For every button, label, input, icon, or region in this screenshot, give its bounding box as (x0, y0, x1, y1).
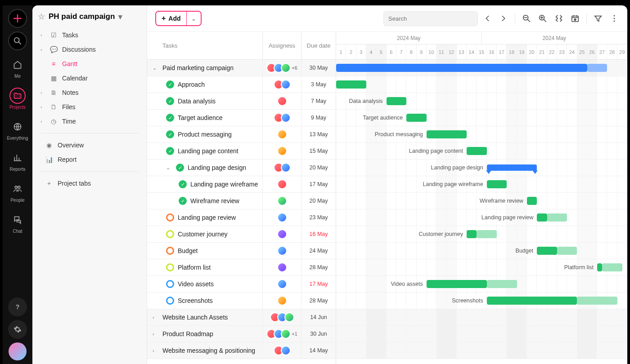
gantt-bar[interactable]: Product messaging (427, 130, 467, 138)
group-row[interactable]: ⌄Paid marketing campaign+630 May (147, 60, 336, 76)
new-button[interactable] (8, 9, 27, 28)
search-input[interactable] (383, 11, 478, 26)
task-row[interactable]: ✓Wireframe review20 May (147, 193, 336, 209)
assignee-cell[interactable] (263, 93, 302, 109)
assignee-cell[interactable]: +1 (263, 326, 302, 342)
gantt-row[interactable]: Landing page content (336, 143, 627, 160)
gantt-row[interactable]: Customer journey (336, 226, 627, 243)
assignee-cell[interactable] (263, 176, 302, 192)
assignee-cell[interactable] (263, 342, 302, 359)
due-date-cell[interactable]: 20 May (302, 193, 336, 209)
nav-calendar[interactable]: ▦ Calendar (38, 71, 141, 85)
due-date-cell[interactable]: 28 May (302, 293, 336, 309)
assignee-cell[interactable] (263, 110, 302, 126)
group-row[interactable]: ›Website messaging & positioning14 May (147, 342, 336, 359)
project-title[interactable]: ☆ PH paid campaign ▾ (32, 5, 147, 28)
due-date-cell[interactable]: 14 May (302, 342, 336, 359)
assignee-cell[interactable] (263, 160, 302, 176)
gantt-bar[interactable]: Screenshots (487, 297, 577, 305)
task-row[interactable]: Screenshots28 May (147, 293, 336, 309)
nav-files[interactable]: › 🗋 Files (38, 100, 141, 114)
due-date-cell[interactable]: 17 May (302, 176, 336, 192)
gantt-summary-bar[interactable]: Landing page design (487, 164, 537, 171)
due-date-cell[interactable]: 23 May (302, 209, 336, 226)
assignee-cell[interactable] (263, 243, 302, 259)
gantt-row[interactable]: Landing page wireframe (336, 176, 627, 193)
help-button[interactable]: ? (8, 297, 27, 316)
gantt-bar[interactable]: Budget (537, 247, 557, 255)
user-avatar[interactable] (9, 342, 27, 360)
assignee-cell[interactable] (263, 259, 302, 275)
zoom-out-button[interactable] (522, 13, 531, 23)
gantt-row[interactable]: Product messaging (336, 126, 627, 143)
assignee-cell[interactable] (263, 293, 302, 309)
settings-button[interactable] (8, 320, 27, 339)
assignee-cell[interactable]: +6 (263, 60, 302, 76)
gantt-row[interactable]: Platform list (336, 259, 627, 276)
gantt-bar[interactable]: Customer journey (467, 230, 477, 238)
task-row[interactable]: Video assets17 May (147, 276, 336, 293)
next-button[interactable] (499, 13, 508, 23)
due-date-cell[interactable]: 7 May (302, 93, 336, 109)
due-date-cell[interactable]: 20 May (302, 160, 336, 176)
today-button[interactable] (570, 13, 580, 23)
gantt-bar[interactable]: Video assets (427, 280, 487, 288)
due-date-cell[interactable]: 16 May (302, 226, 336, 242)
task-row[interactable]: Landing page review23 May (147, 209, 336, 226)
nav-tasks[interactable]: › ☑ Tasks (38, 28, 141, 42)
rail-item-everything[interactable]: Everything (3, 116, 32, 143)
due-date-cell[interactable]: 17 May (302, 276, 336, 292)
rail-item-people[interactable]: People (3, 178, 32, 205)
due-date-cell[interactable]: 30 Jun (302, 326, 336, 342)
assignee-cell[interactable] (263, 209, 302, 226)
gantt-row[interactable] (336, 60, 627, 76)
group-row[interactable]: ›Website Launch Assets14 Jun (147, 309, 336, 326)
gantt-bar[interactable] (336, 80, 366, 89)
gantt-row[interactable]: Landing page design (336, 160, 627, 176)
rail-item-me[interactable]: Me (3, 54, 32, 81)
gantt-row[interactable] (336, 76, 627, 93)
more-button[interactable] (609, 13, 619, 23)
expand-caret[interactable]: › (153, 348, 159, 353)
filter-button[interactable] (593, 13, 603, 23)
add-dropdown[interactable]: ⌄ (186, 12, 201, 25)
star-icon[interactable]: ☆ (38, 12, 45, 22)
task-row[interactable]: ⌄✓Landing page design20 May (147, 160, 336, 176)
task-row[interactable]: ✓Landing page content15 May (147, 143, 336, 160)
nav-gantt[interactable]: ≡ Gantt (38, 57, 141, 71)
due-date-cell[interactable]: 24 May (302, 243, 336, 259)
task-row[interactable]: Platform list28 May (147, 259, 336, 276)
gantt-row[interactable]: Data analysis (336, 93, 627, 110)
due-date-cell[interactable]: 30 May (302, 60, 336, 76)
gantt-row[interactable]: Screenshots (336, 293, 627, 309)
collapse-button[interactable] (554, 13, 564, 23)
due-date-cell[interactable]: 14 Jun (302, 309, 336, 325)
task-row[interactable]: ✓Approach3 May (147, 76, 336, 93)
assignee-cell[interactable] (263, 76, 302, 93)
assignee-cell[interactable] (263, 143, 302, 159)
gantt-row[interactable]: Landing page review (336, 209, 627, 226)
rail-item-projects[interactable]: Projects (3, 85, 32, 112)
gantt-bar[interactable]: Platform list (597, 263, 602, 271)
gantt-bar[interactable] (336, 64, 587, 72)
gantt-row[interactable] (336, 342, 627, 359)
nav-time[interactable]: › ◷ Time (38, 114, 141, 129)
search-button[interactable] (8, 31, 27, 50)
gantt-row[interactable]: Wireframe review (336, 193, 627, 209)
gantt-bar[interactable]: Landing page wireframe (487, 180, 507, 188)
gantt-bar[interactable]: Landing page review (537, 213, 547, 222)
prev-button[interactable] (482, 13, 492, 23)
nav-project-tabs[interactable]: + Project tabs (38, 176, 141, 191)
group-row[interactable]: ›Product Roadmap+130 Jun (147, 326, 336, 342)
assignee-cell[interactable] (263, 126, 302, 142)
due-date-cell[interactable]: 28 May (302, 259, 336, 275)
due-date-cell[interactable]: 15 May (302, 143, 336, 159)
gantt-row[interactable]: Video assets (336, 276, 627, 293)
gantt-row[interactable] (336, 309, 627, 326)
task-row[interactable]: ✓Landing page wireframe17 May (147, 176, 336, 193)
due-date-cell[interactable]: 13 May (302, 126, 336, 142)
due-date-cell[interactable]: 9 May (302, 110, 336, 126)
gantt-row[interactable] (336, 326, 627, 342)
expand-caret[interactable]: › (153, 315, 159, 320)
nav-overview[interactable]: ◉ Overview (38, 138, 141, 152)
